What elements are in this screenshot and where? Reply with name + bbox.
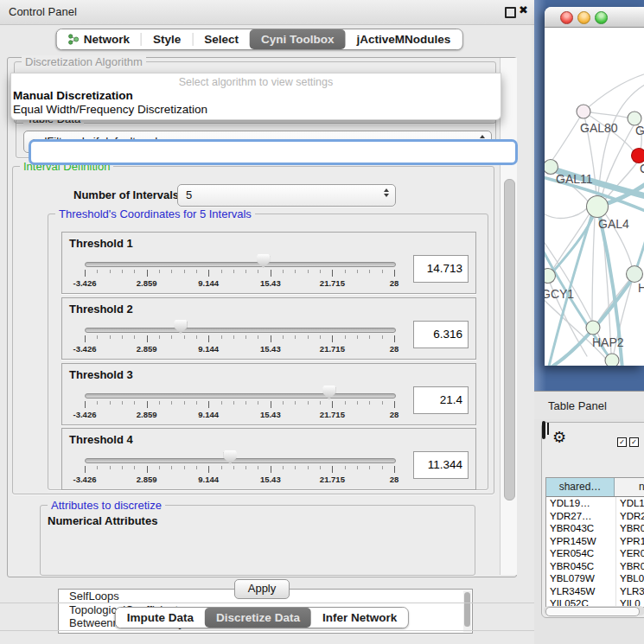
threshold-value-field[interactable]: 11.344: [413, 451, 469, 479]
table-row[interactable]: YDL19…YDL1: [546, 497, 644, 510]
popup-option-manual-discretization[interactable]: Manual Discretization: [11, 89, 501, 103]
slider-ticks: [85, 466, 395, 474]
tick-label: 15.43: [260, 410, 281, 419]
table-row[interactable]: YBR043CYBR0: [546, 522, 644, 535]
threshold-label: Threshold 4: [69, 433, 133, 446]
scrollbar-thumb[interactable]: [464, 592, 470, 627]
table-panel-titlebar: Table Panel: [534, 391, 644, 419]
node-gal80[interactable]: [577, 105, 590, 118]
threshold-label: Threshold 3: [69, 368, 133, 381]
table-row[interactable]: YLR345WYLR3: [546, 585, 644, 598]
cell[interactable]: YER054C: [546, 547, 615, 560]
cell[interactable]: YBR0: [615, 560, 644, 573]
table-row[interactable]: YBL079WYBL0: [546, 572, 644, 585]
tick-label: 15.43: [260, 278, 281, 288]
tab-jactivemnodules[interactable]: jActiveMNodules: [346, 29, 462, 49]
slider-track[interactable]: [85, 393, 396, 399]
slider-track[interactable]: [85, 262, 396, 267]
zoom-traffic-light[interactable]: [595, 11, 608, 24]
tick-label: 28: [390, 344, 399, 354]
combo-value: 5: [186, 188, 192, 201]
table-panel-title: Table Panel: [548, 399, 607, 412]
tick-label: 9.144: [198, 475, 219, 484]
cell[interactable]: YPR1: [615, 535, 644, 548]
table-horizontal-scrollbar[interactable]: [544, 606, 644, 615]
scrollbar-thumb[interactable]: [504, 179, 515, 501]
node-label: GAL4: [598, 217, 629, 231]
tick-label: 15.43: [260, 344, 281, 354]
node-red-selected[interactable]: [632, 149, 644, 163]
network-window-titlebar[interactable]: [545, 7, 644, 28]
table-header-row: shared… n: [546, 478, 644, 497]
node-label: G: [635, 124, 644, 137]
checkbox-icon[interactable]: ✓: [617, 437, 627, 447]
table-row[interactable]: YBR045CYBR0: [546, 560, 644, 573]
algorithm-combo[interactable]: [29, 139, 518, 165]
tab-label: Select: [204, 33, 239, 46]
tab-network[interactable]: Network: [57, 29, 141, 49]
tab-cyni-toolbox[interactable]: Cyni Toolbox: [250, 29, 346, 49]
gear-icon[interactable]: ⚙: [552, 428, 566, 447]
cell[interactable]: YLR345W: [546, 585, 615, 598]
tab-infer-network[interactable]: Infer Network: [311, 608, 408, 628]
cell[interactable]: YDL19…: [546, 497, 615, 510]
group-label: Threshold's Coordinates for 5 Intervals: [55, 207, 255, 220]
threshold-value-field[interactable]: 6.316: [413, 321, 469, 348]
node-label: HAP2: [592, 335, 624, 349]
cell[interactable]: YBR043C: [546, 522, 615, 535]
node-gal4[interactable]: [587, 196, 609, 218]
checkbox-icon[interactable]: ✓: [629, 437, 639, 447]
scrollbar-thumb[interactable]: [545, 607, 640, 616]
num-intervals-label: Number of Intervals: [73, 188, 179, 201]
node-h[interactable]: [627, 266, 643, 283]
popup-option-equal-width[interactable]: Equal Width/Frequency Discretization: [11, 103, 501, 117]
table-row[interactable]: YER054CYER0: [546, 547, 644, 560]
slider-track[interactable]: [85, 458, 396, 463]
tab-impute-data[interactable]: Impute Data: [116, 608, 205, 628]
tick-label: 21.715: [320, 410, 345, 419]
cell[interactable]: YER0: [615, 547, 644, 560]
tab-style[interactable]: Style: [142, 29, 192, 49]
list-scrollbar[interactable]: [463, 590, 471, 632]
cell[interactable]: YBL079W: [546, 572, 615, 585]
control-panel-titlebar: Control Panel ✖: [0, 0, 534, 25]
column-header-name[interactable]: n: [615, 478, 644, 496]
close-traffic-light[interactable]: [560, 11, 573, 24]
node-hap2[interactable]: [586, 321, 600, 335]
node-bottom[interactable]: [605, 354, 619, 366]
cell[interactable]: YDL1: [615, 497, 644, 510]
table-row[interactable]: YPR145WYPR1: [546, 535, 644, 548]
tick-label: -3.426: [73, 344, 97, 354]
tick-label: 28: [390, 475, 399, 484]
threshold-value-field[interactable]: 14.713: [413, 255, 469, 283]
num-intervals-combo[interactable]: 5: [177, 184, 396, 207]
cell[interactable]: YPR145W: [546, 535, 615, 548]
tick-label: 21.715: [320, 278, 345, 288]
table-panel: ⚙ ✓ ✓ shared… n YDL19…YDL1 YDR27…YDR2 YB…: [541, 422, 644, 618]
panel-scrollbar[interactable]: [500, 58, 517, 575]
float-window-icon[interactable]: [505, 7, 516, 18]
cell[interactable]: YDR2: [615, 510, 644, 523]
top-tab-bar: Network Style Select Cyni Toolbox jActiv…: [56, 29, 463, 50]
cell[interactable]: YBR0: [615, 522, 644, 535]
tab-discretize-data[interactable]: Discretize Data: [205, 608, 311, 628]
column-header-shared-name[interactable]: shared…: [546, 478, 615, 496]
minimize-traffic-light[interactable]: [577, 11, 590, 24]
table-row[interactable]: YDR27…YDR2: [546, 510, 644, 523]
group-label: Attributes to discretize: [48, 499, 165, 512]
split-view-icon[interactable]: [542, 421, 545, 439]
threshold-value-field[interactable]: 21.4: [413, 386, 469, 414]
tab-label: Infer Network: [322, 611, 397, 624]
network-canvas[interactable]: GAL80 G C GAL11 GAL4 GCY1 H HAP2: [545, 28, 644, 366]
threshold-3-row: Threshold 3 -3.426 2.859 9.144 15.43 21.…: [61, 363, 476, 425]
apply-button[interactable]: Apply: [234, 579, 290, 599]
close-icon[interactable]: ✖: [519, 3, 528, 16]
cell[interactable]: YLR3: [615, 585, 644, 598]
cell[interactable]: YBL0: [615, 572, 644, 585]
slider-track[interactable]: [85, 328, 396, 333]
tab-select[interactable]: Select: [193, 29, 250, 49]
cell[interactable]: YBR045C: [546, 560, 615, 573]
cell[interactable]: YDR27…: [546, 510, 615, 523]
node-gcy1[interactable]: [545, 269, 556, 284]
node-label: GAL11: [556, 172, 593, 186]
